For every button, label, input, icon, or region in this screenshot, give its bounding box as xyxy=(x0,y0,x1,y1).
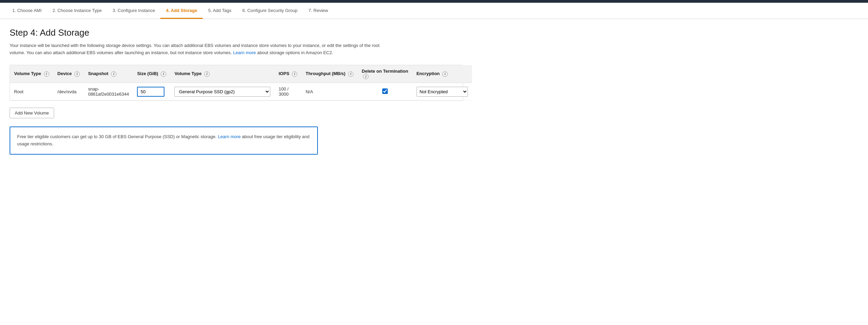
col-header-iops-label: IOPS xyxy=(278,71,289,76)
row-delete-on-termination[interactable] xyxy=(358,83,412,100)
row-vol-type: Root xyxy=(10,83,53,100)
col-header-device: Device i xyxy=(53,65,84,83)
encryption-info-icon[interactable]: i xyxy=(442,71,448,77)
delete-on-termination-checkbox[interactable] xyxy=(382,88,388,94)
col-header-vol-type: Volume Type i xyxy=(10,65,53,83)
top-bar xyxy=(0,0,868,3)
col-header-encryption-label: Encryption xyxy=(417,71,440,76)
col-header-snapshot-label: Snapshot xyxy=(88,71,108,76)
device-info-icon[interactable]: i xyxy=(74,71,80,77)
col-header-volume-type-label: Volume Type xyxy=(174,71,201,76)
table-row: Root /dev/xvda snap-0861af2e0031e6344 Ge… xyxy=(10,83,472,100)
wizard-step-configure-instance[interactable]: 3. Configure Instance xyxy=(107,3,161,19)
page-title: Step 4: Add Storage xyxy=(10,27,463,38)
description-text-2: about storage options in Amazon EC2. xyxy=(257,50,333,55)
throughput-info-icon[interactable]: i xyxy=(348,71,354,77)
col-header-size: Size (GiB) i xyxy=(133,65,170,83)
col-header-throughput-label: Throughput (MB/s) xyxy=(306,71,345,76)
info-box: Free tier eligible customers can get up … xyxy=(10,127,318,155)
volume-type-info-icon[interactable]: i xyxy=(204,71,210,77)
wizard-steps: 1. Choose AMI 2. Choose Instance Type 3.… xyxy=(0,3,868,19)
size-info-icon[interactable]: i xyxy=(161,71,166,77)
col-header-snapshot: Snapshot i xyxy=(84,65,133,83)
page-description: Your instance will be launched with the … xyxy=(10,42,386,57)
wizard-step-review[interactable]: 7. Review xyxy=(303,3,334,19)
wizard-step-add-tags[interactable]: 5. Add Tags xyxy=(203,3,237,19)
storage-table: Volume Type i Device i Snapshot i Size (… xyxy=(10,65,472,101)
main-content: Step 4: Add Storage Your instance will b… xyxy=(0,19,473,163)
table-header-row: Volume Type i Device i Snapshot i Size (… xyxy=(10,65,472,83)
row-device: /dev/xvda xyxy=(53,83,84,100)
iops-info-icon[interactable]: i xyxy=(292,71,297,77)
col-header-volume-type: Volume Type i xyxy=(170,65,274,83)
learn-more-link-1[interactable]: Learn more xyxy=(233,50,256,55)
row-volume-type-cell[interactable]: General Purpose SSD (gp2) Provisioned IO… xyxy=(170,83,274,100)
add-new-volume-button[interactable]: Add New Volume xyxy=(10,108,54,118)
info-box-learn-more-link[interactable]: Learn more xyxy=(218,134,240,139)
delete-info-icon[interactable]: i xyxy=(363,74,369,79)
storage-table-wrapper: Volume Type i Device i Snapshot i Size (… xyxy=(10,65,463,101)
wizard-step-choose-instance-type[interactable]: 2. Choose Instance Type xyxy=(47,3,107,19)
col-header-device-label: Device xyxy=(58,71,72,76)
snapshot-info-icon[interactable]: i xyxy=(111,71,116,77)
info-box-text-1: Free tier eligible customers can get up … xyxy=(17,134,216,139)
col-header-throughput: Throughput (MB/s) i xyxy=(301,65,358,83)
row-snapshot: snap-0861af2e0031e6344 xyxy=(84,83,133,100)
encryption-select[interactable]: Not Encrypted Encrypted xyxy=(417,87,468,97)
row-throughput: N/A xyxy=(301,83,358,100)
volume-type-select[interactable]: General Purpose SSD (gp2) Provisioned IO… xyxy=(174,87,270,97)
vol-type-info-icon[interactable]: i xyxy=(44,71,49,77)
col-header-iops: IOPS i xyxy=(274,65,301,83)
wizard-step-choose-ami[interactable]: 1. Choose AMI xyxy=(7,3,47,19)
wizard-step-add-storage[interactable]: 4. Add Storage xyxy=(160,3,202,19)
col-header-delete-label: Delete on Termination xyxy=(362,69,408,74)
col-header-delete: Delete on Termination i xyxy=(358,65,412,83)
size-input[interactable] xyxy=(137,87,164,97)
col-header-vol-type-label: Volume Type xyxy=(14,71,41,76)
row-iops: 100 / 3000 xyxy=(274,83,301,100)
col-header-encryption: Encryption i xyxy=(412,65,472,83)
wizard-step-configure-security-group[interactable]: 6. Configure Security Group xyxy=(237,3,303,19)
row-encryption-cell[interactable]: Not Encrypted Encrypted xyxy=(412,83,472,100)
col-header-size-label: Size (GiB) xyxy=(137,71,158,76)
row-size[interactable] xyxy=(133,83,170,100)
